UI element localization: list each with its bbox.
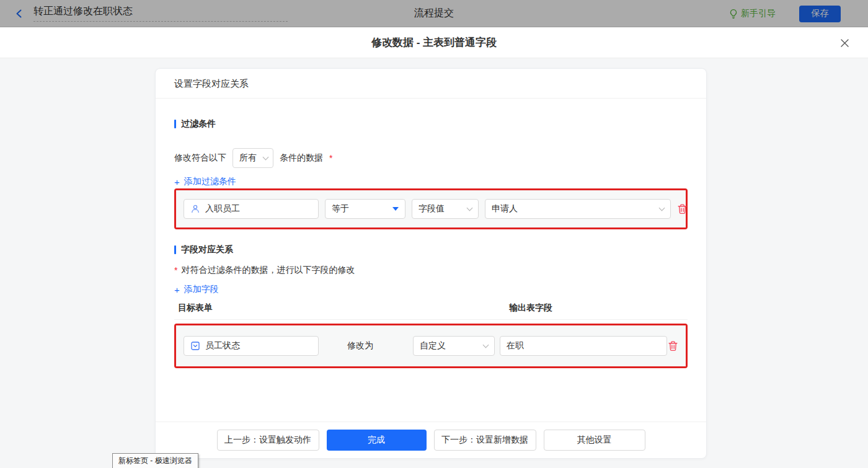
trash-icon: [677, 203, 688, 214]
plus-icon: +: [174, 177, 180, 187]
flow-title[interactable]: 转正通过修改在职状态: [33, 5, 288, 22]
add-filter-label: 添加过滤条件: [184, 176, 236, 187]
section-accent-bar: [174, 245, 176, 254]
custom-value-text: 在职: [507, 340, 524, 351]
plus-icon: +: [174, 285, 180, 295]
caret-down-icon: [392, 207, 399, 211]
other-settings-button[interactable]: 其他设置: [544, 430, 645, 451]
mapping-section-title: 字段对应关系: [174, 244, 688, 255]
delete-field-button[interactable]: [668, 340, 678, 351]
filter-value: 申请人: [492, 203, 518, 214]
add-field-label: 添加字段: [184, 284, 219, 295]
settings-card: 设置字段对应关系 过滤条件 修改符合以下 所有 条件的数据 *: [155, 68, 707, 459]
card-header: 设置字段对应关系: [156, 69, 706, 99]
filter-section-title-text: 过滤条件: [181, 118, 216, 130]
filter-sentence: 修改符合以下 所有 条件的数据 *: [174, 148, 688, 168]
mapping-section-title-text: 字段对应关系: [181, 244, 233, 255]
browser-tooltip: 新标签页 - 极速浏览器: [112, 453, 198, 468]
add-filter-condition-link[interactable]: + 添加过滤条件: [174, 176, 236, 187]
topbar-right: 新手引导 保存: [729, 0, 841, 27]
section-accent-bar: [174, 120, 176, 128]
custom-value-input[interactable]: 在职: [500, 336, 667, 356]
user-icon: [190, 204, 200, 214]
chevron-down-icon: [467, 205, 473, 211]
trash-icon: [668, 340, 678, 351]
operator-value: 等于: [332, 203, 349, 214]
filter-value-select[interactable]: 申请人: [485, 199, 671, 219]
required-mark: *: [329, 153, 332, 163]
modal-edit-data: 修改数据 - 主表到普通字段 设置字段对应关系 过滤条件 修改符合以下 所有: [0, 27, 868, 468]
mapping-column-headers: 目标表单 输出表字段: [174, 302, 688, 313]
target-field-value: 员工状态: [205, 340, 240, 351]
value-source-select[interactable]: 自定义: [413, 336, 495, 356]
dialog-header: 修改数据 - 主表到普通字段: [0, 27, 868, 58]
chevron-down-icon: [659, 205, 665, 211]
tab-process-submit[interactable]: 流程提交: [414, 7, 454, 20]
value-source-value: 自定义: [420, 340, 446, 351]
operator-select[interactable]: 等于: [325, 199, 405, 219]
filter-condition-highlight: 入职员工 等于 字段值 申请人: [174, 188, 688, 229]
add-field-link[interactable]: + 添加字段: [174, 284, 219, 295]
card-body: 过滤条件 修改符合以下 所有 条件的数据 * + 添加过滤条件: [156, 118, 706, 368]
back-icon: [14, 8, 25, 19]
delete-condition-button[interactable]: [677, 203, 688, 214]
close-icon: [839, 38, 850, 48]
match-mode-select[interactable]: 所有: [232, 148, 273, 168]
back-button[interactable]: [14, 8, 25, 19]
filter-section-title: 过滤条件: [174, 118, 688, 130]
topbar: 转正通过修改在职状态 流程提交 新手引导 保存: [0, 0, 868, 27]
guide-button[interactable]: 新手引导: [729, 8, 776, 19]
filter-field-value: 入职员工: [205, 203, 240, 214]
value-type-value: 字段值: [418, 203, 445, 214]
dialog-footer: 上一步：设置触发动作 完成 下一步：设置新增数据 其他设置: [156, 422, 706, 458]
mapping-description: * 对符合过滤条件的数据，进行以下字段的修改: [174, 265, 688, 276]
select-field-icon: [190, 341, 200, 351]
required-mark: *: [174, 265, 177, 275]
value-type-select[interactable]: 字段值: [412, 199, 479, 219]
filter-condition-row: 入职员工 等于 字段值 申请人: [176, 190, 686, 227]
filter-field-input[interactable]: 入职员工: [184, 199, 319, 219]
guide-label: 新手引导: [741, 8, 776, 19]
mapping-description-text: 对符合过滤条件的数据，进行以下字段的修改: [181, 265, 355, 276]
lightbulb-icon: [729, 9, 738, 19]
chevron-down-icon: [263, 154, 269, 160]
match-mode-value: 所有: [239, 152, 257, 164]
column-target-form: 目标表单: [178, 302, 213, 312]
close-button[interactable]: [837, 35, 852, 51]
sentence-suffix: 条件的数据: [280, 152, 323, 164]
field-mapping-highlight: 员工状态 修改为 自定义 在职: [174, 324, 688, 368]
field-mapping-row: 员工状态 修改为 自定义 在职: [176, 325, 686, 366]
sentence-prefix: 修改符合以下: [174, 152, 226, 164]
chevron-down-icon: [483, 342, 489, 348]
divider: [174, 319, 688, 320]
prev-step-button[interactable]: 上一步：设置触发动作: [217, 430, 319, 451]
done-button[interactable]: 完成: [327, 430, 427, 451]
dialog-title: 修改数据 - 主表到普通字段: [371, 35, 497, 50]
modify-to-label: 修改为: [347, 340, 373, 351]
topbar-left: 转正通过修改在职状态: [0, 5, 288, 22]
save-button[interactable]: 保存: [799, 6, 841, 22]
target-field-input[interactable]: 员工状态: [184, 336, 319, 356]
column-output-field: 输出表字段: [509, 302, 552, 314]
next-step-button[interactable]: 下一步：设置新增数据: [434, 430, 536, 451]
screen: 转正通过修改在职状态 流程提交 新手引导 保存 修改数据 - 主表到普通字段 设…: [0, 0, 868, 468]
